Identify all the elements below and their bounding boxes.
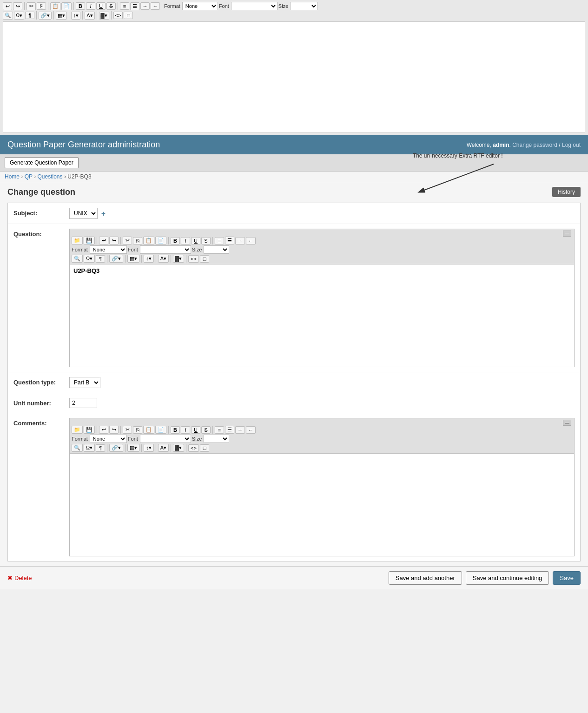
top-zoom-btn[interactable]: 🔍: [3, 12, 13, 20]
q-tb1[interactable]: 📁: [72, 237, 83, 244]
question-minimize-btn[interactable]: —: [563, 231, 571, 237]
save-continue-editing-button[interactable]: Save and continue editing: [466, 571, 549, 585]
q-arrows[interactable]: ↕▾: [144, 255, 154, 263]
c-zoom[interactable]: 🔍: [72, 444, 83, 452]
c-highlight[interactable]: ▓▾: [173, 444, 184, 452]
add-subject-button[interactable]: +: [101, 210, 106, 218]
history-button[interactable]: History: [552, 187, 581, 197]
top-maximize-btn[interactable]: □: [124, 12, 133, 19]
top-underline-btn[interactable]: U: [96, 2, 106, 10]
c-outdent[interactable]: ←: [246, 426, 256, 434]
top-indent-btn[interactable]: →: [140, 2, 150, 10]
top-outdent-btn[interactable]: ←: [151, 2, 160, 10]
c-tb1[interactable]: 📁: [72, 426, 83, 434]
q-link[interactable]: 🔗▾: [109, 255, 123, 263]
subject-select[interactable]: UNIX: [69, 208, 98, 219]
c-tb2[interactable]: 💾: [84, 426, 95, 434]
c-underline[interactable]: U: [191, 426, 200, 434]
top-copy-btn[interactable]: ⎘: [37, 2, 46, 10]
q-table[interactable]: ▦▾: [127, 255, 139, 263]
top-size-select[interactable]: 12: [290, 2, 318, 10]
q-italic[interactable]: I: [181, 237, 190, 244]
c-fontcolor[interactable]: A▾: [158, 444, 169, 452]
q-paste2[interactable]: 📄: [155, 237, 166, 244]
q-redo[interactable]: ↪: [109, 237, 119, 244]
top-link-btn[interactable]: 🔗▾: [39, 12, 52, 20]
logout-link[interactable]: Log out: [562, 142, 581, 148]
top-italic-btn[interactable]: I: [86, 2, 95, 10]
q-omega[interactable]: Ω▾: [84, 255, 95, 263]
q-format-select[interactable]: None: [90, 245, 127, 254]
c-ol[interactable]: ≡: [215, 426, 224, 434]
unit-number-input[interactable]: [69, 398, 97, 408]
c-redo[interactable]: ↪: [109, 426, 119, 434]
comments-minimize-btn[interactable]: —: [563, 420, 571, 426]
top-source-btn[interactable]: <>: [113, 12, 123, 19]
c-strike[interactable]: S: [201, 426, 211, 434]
top-ul-btn[interactable]: ☰: [130, 2, 139, 10]
q-maximize[interactable]: □: [200, 255, 209, 263]
q-font-select[interactable]: [140, 245, 191, 254]
q-size-select[interactable]: [204, 245, 229, 254]
top-paste-btn[interactable]: 📋: [50, 2, 60, 10]
breadcrumb-questions[interactable]: Questions: [38, 173, 63, 180]
q-tb2[interactable]: 💾: [84, 237, 95, 244]
top-cut-btn[interactable]: ✂: [26, 2, 36, 10]
top-arrows-btn[interactable]: ↕▾: [71, 12, 80, 20]
question-type-select[interactable]: Part A Part B Part C: [69, 377, 100, 388]
c-table[interactable]: ▦▾: [127, 444, 139, 452]
c-copy[interactable]: ⎘: [133, 426, 142, 434]
c-source[interactable]: <>: [188, 444, 199, 452]
top-ol-btn[interactable]: ≡: [120, 2, 129, 10]
top-bold-btn[interactable]: B: [76, 2, 85, 10]
q-undo[interactable]: ↩: [99, 237, 108, 244]
q-highlight[interactable]: ▓▾: [173, 255, 184, 263]
top-format-select[interactable]: None Heading 1 Heading 2: [182, 2, 218, 10]
q-source[interactable]: <>: [188, 255, 199, 263]
top-undo-btn[interactable]: ↩: [3, 2, 12, 10]
q-copy[interactable]: ⎘: [133, 237, 142, 244]
c-bold[interactable]: B: [171, 426, 180, 434]
c-maximize[interactable]: □: [200, 444, 209, 452]
c-ul[interactable]: ☰: [225, 426, 234, 434]
q-ol[interactable]: ≡: [215, 237, 224, 244]
q-ul[interactable]: ☰: [225, 237, 234, 244]
c-size-select[interactable]: [204, 435, 229, 443]
q-zoom[interactable]: 🔍: [72, 255, 83, 263]
c-paste2[interactable]: 📄: [155, 426, 166, 434]
q-special[interactable]: ¶: [96, 255, 105, 263]
top-omega-btn[interactable]: Ω▾: [14, 12, 24, 20]
c-format-select[interactable]: None: [90, 435, 127, 443]
c-paste[interactable]: 📋: [143, 426, 154, 434]
generate-qp-button[interactable]: Generate Question Paper: [5, 157, 79, 168]
q-indent[interactable]: →: [235, 237, 245, 244]
save-add-another-button[interactable]: Save and add another: [389, 571, 462, 585]
q-outdent[interactable]: ←: [246, 237, 256, 244]
save-button[interactable]: Save: [553, 571, 581, 585]
c-special[interactable]: ¶: [96, 444, 105, 452]
q-strike[interactable]: S: [201, 237, 211, 244]
question-editor-canvas[interactable]: U2P-BQ3: [70, 264, 574, 367]
top-font-select[interactable]: Arial: [231, 2, 277, 10]
change-password-link[interactable]: Change password: [512, 142, 557, 148]
c-arrows[interactable]: ↕▾: [144, 444, 154, 452]
top-paste-plain-btn[interactable]: 📄: [61, 2, 72, 10]
q-underline[interactable]: U: [191, 237, 200, 244]
c-undo[interactable]: ↩: [99, 426, 108, 434]
q-cut[interactable]: ✂: [123, 237, 132, 244]
breadcrumb-qp[interactable]: QP: [25, 173, 33, 180]
c-link[interactable]: 🔗▾: [109, 444, 123, 452]
delete-link[interactable]: ✖ Delete: [7, 574, 32, 581]
q-bold[interactable]: B: [171, 237, 180, 244]
comments-editor-canvas[interactable]: [70, 454, 574, 556]
top-rtf-canvas[interactable]: [3, 21, 585, 133]
top-font-color-btn[interactable]: A▾: [85, 12, 94, 20]
top-table-btn[interactable]: ▦▾: [56, 12, 67, 20]
top-special-btn[interactable]: ¶: [25, 12, 34, 19]
c-omega[interactable]: Ω▾: [84, 444, 95, 452]
c-indent[interactable]: →: [235, 426, 245, 434]
top-redo-btn[interactable]: ↪: [13, 2, 22, 10]
top-strike-btn[interactable]: S: [106, 2, 116, 10]
q-paste[interactable]: 📋: [143, 237, 154, 244]
c-cut[interactable]: ✂: [123, 426, 132, 434]
